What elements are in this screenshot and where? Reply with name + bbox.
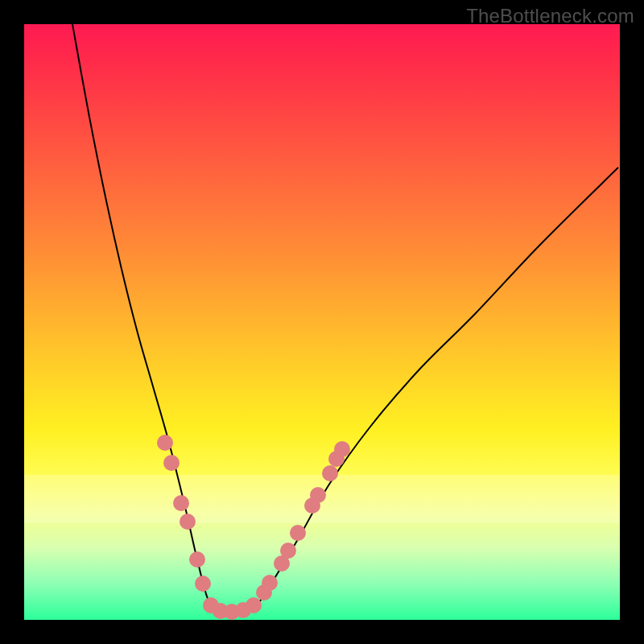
marker-dot — [310, 487, 326, 503]
bottleneck-curve — [72, 24, 618, 613]
marker-dot — [224, 604, 240, 620]
marker-dot — [246, 597, 262, 613]
chart-svg — [24, 24, 620, 620]
marker-dot — [203, 597, 219, 613]
marker-dot — [195, 576, 211, 592]
marker-dot — [290, 525, 306, 541]
marker-dot — [256, 584, 272, 601]
marker-dot — [262, 575, 278, 591]
marker-dot — [163, 455, 180, 471]
marker-dot — [304, 497, 320, 514]
marker-dot — [334, 441, 350, 457]
marker-dot — [189, 551, 205, 568]
marker-dot — [173, 495, 189, 511]
marker-dot — [157, 435, 173, 451]
marker-dot — [274, 555, 290, 572]
marker-group — [157, 435, 350, 620]
marker-dot — [328, 451, 345, 467]
marker-dot — [213, 603, 229, 619]
marker-dot — [280, 543, 296, 559]
marker-dot — [235, 602, 251, 618]
highlight-band — [24, 475, 620, 523]
plot-area — [24, 24, 620, 620]
watermark-text: TheBottleneck.com — [466, 5, 634, 27]
marker-dot — [322, 465, 338, 481]
marker-dot — [180, 514, 196, 530]
